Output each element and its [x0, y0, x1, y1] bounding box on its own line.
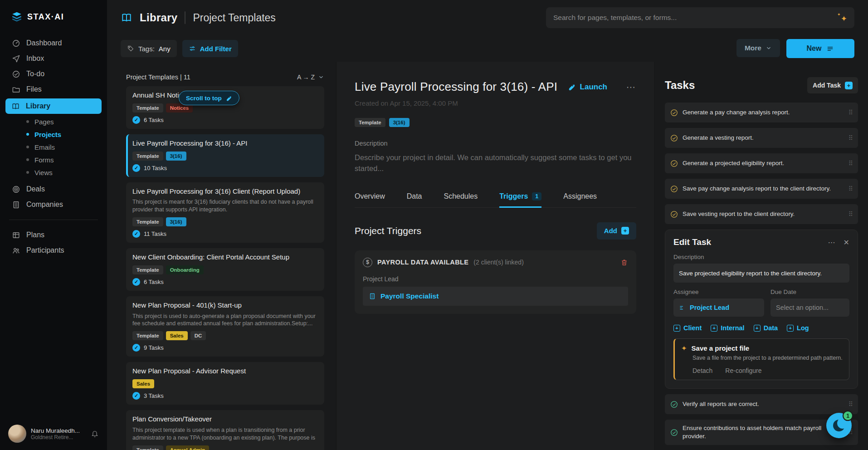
task-row[interactable]: Verify all reports are correct. ⠿: [665, 394, 858, 414]
task-check-icon[interactable]: [670, 185, 678, 193]
table-icon: [12, 231, 20, 240]
launch-button[interactable]: Launch: [567, 83, 607, 92]
client-link[interactable]: +Client: [673, 324, 702, 332]
launch-label: Launch: [580, 83, 607, 92]
task-check-icon[interactable]: [670, 400, 678, 409]
sidebar-item-forms[interactable]: Forms: [0, 153, 107, 166]
sidebar-item-pages[interactable]: Pages: [0, 115, 107, 128]
bell-icon[interactable]: [91, 430, 99, 438]
sidebar-item-projects[interactable]: Projects: [0, 128, 107, 141]
tab-overview[interactable]: Overview: [355, 192, 385, 208]
sort-control[interactable]: A → Z: [297, 73, 324, 81]
drag-handle-icon[interactable]: ⠿: [848, 160, 853, 167]
add-filter-button[interactable]: Add Filter: [182, 40, 238, 57]
template-card[interactable]: New Client Onboarding: Client Portal Acc…: [126, 248, 324, 291]
task-row[interactable]: Generate a pay change analysis report. ⠿: [665, 103, 858, 122]
drag-handle-icon[interactable]: ⠿: [848, 109, 853, 116]
trigger-assignee-select[interactable]: Payroll Specialist: [363, 287, 628, 306]
sidebar-item-companies[interactable]: Companies: [0, 197, 107, 212]
sidebar-item-plans[interactable]: Plans: [0, 227, 107, 243]
template-card[interactable]: Live Payroll Processing for 3(16) Client…: [126, 182, 324, 243]
sparkle-icon: ✦: [681, 345, 687, 352]
add-trigger-button[interactable]: Add +: [597, 222, 636, 240]
drag-handle-icon[interactable]: ⠿: [848, 401, 853, 408]
tasks-panel: Tasks Add Task + Generate a pay change a…: [655, 62, 868, 450]
internal-link[interactable]: +Internal: [711, 324, 744, 332]
add-task-button[interactable]: Add Task +: [807, 77, 858, 93]
sidebar-nav: Dashboard Inbox To-do Files Library Page…: [0, 35, 107, 417]
tag-chip: Template: [132, 152, 163, 161]
delete-trigger-button[interactable]: [620, 259, 628, 266]
task-row[interactable]: Save pay change analysis report to the c…: [665, 179, 858, 199]
task-check-icon[interactable]: [670, 210, 678, 219]
new-button[interactable]: New: [786, 39, 854, 58]
tab-triggers[interactable]: Triggers 1: [499, 192, 541, 208]
ai-sparkle-icon[interactable]: ✦ ✦: [837, 13, 847, 23]
drag-handle-icon[interactable]: ⠿: [848, 134, 853, 142]
task-check-icon[interactable]: [670, 134, 678, 142]
sidebar-item-views[interactable]: Views: [0, 166, 107, 179]
drag-handle-icon[interactable]: ⠿: [848, 185, 853, 192]
sidebar-item-deals[interactable]: Deals: [0, 181, 107, 197]
detail-menu-button[interactable]: ⋯: [626, 82, 636, 93]
edit-fields-row: Assignee Project Lead Due Date: [673, 289, 849, 317]
logo: STAX·AI: [0, 11, 107, 35]
check-icon: ✓: [132, 278, 140, 286]
detach-button[interactable]: Detach: [692, 367, 712, 374]
tab-data[interactable]: Data: [407, 192, 422, 208]
sidebar-item-participants[interactable]: Participants: [0, 243, 107, 258]
automation-card: ✦ Save a project file Save a file from t…: [673, 338, 849, 380]
theme-toggle-button[interactable]: 1: [826, 413, 852, 438]
sidebar-item-library[interactable]: Library: [5, 98, 102, 114]
task-check-icon[interactable]: [670, 108, 678, 117]
task-row[interactable]: Generate a vesting report. ⠿: [665, 128, 858, 148]
sidebar-item-files[interactable]: Files: [0, 82, 107, 97]
scroll-to-top-label: Scroll to top: [186, 95, 222, 102]
template-card[interactable]: New Plan Proposal - 401(k) Start-up This…: [126, 296, 324, 357]
task-count-label: 10 Tasks: [144, 165, 167, 171]
template-card[interactable]: New Plan Proposal - Advisor Request Sale…: [126, 362, 324, 405]
edit-description-input[interactable]: [673, 264, 849, 283]
sidebar-item-dashboard[interactable]: Dashboard: [0, 35, 107, 51]
scroll-to-top-button[interactable]: Scroll to top: [179, 91, 239, 105]
task-check-icon[interactable]: [670, 428, 678, 437]
more-button[interactable]: More: [736, 39, 780, 57]
task-row[interactable]: Generate a projected eligibility report.…: [665, 153, 858, 173]
card-task-count: ✓ 9 Tasks: [132, 344, 318, 352]
toolbar-actions: More New: [736, 39, 854, 58]
task-count-label: 9 Tasks: [144, 344, 164, 351]
edit-task-menu-button[interactable]: ⋯: [828, 238, 835, 247]
search-input[interactable]: [553, 14, 833, 22]
sidebar-item-label: Plans: [26, 231, 44, 239]
target-icon: [12, 185, 20, 194]
description-input[interactable]: Describe your project in detail. We can …: [355, 152, 636, 174]
global-search[interactable]: ✦ ✦: [546, 7, 854, 28]
topbar: Library Project Templates ✦ ✦: [107, 0, 868, 35]
data-link[interactable]: +Data: [754, 324, 778, 332]
task-label: Generate a vesting report.: [683, 134, 844, 142]
reconfigure-button[interactable]: Re-configure: [725, 367, 761, 374]
add-filter-label: Add Filter: [200, 45, 232, 53]
sidebar-item-label: Participants: [26, 246, 64, 254]
template-card-selected[interactable]: Live Payroll Processing for 3(16) - API …: [126, 134, 324, 177]
sidebar-item-emails[interactable]: Emails: [0, 141, 107, 153]
template-list-panel: Project Templates | 11 A → Z Scroll to t…: [107, 62, 336, 450]
card-title: Live Payroll Processing for 3(16) Client…: [132, 187, 318, 196]
template-card[interactable]: Plan Conversion/Takeover This project te…: [126, 410, 324, 450]
tab-schedules[interactable]: Schedules: [444, 192, 478, 208]
sidebar-item-inbox[interactable]: Inbox: [0, 51, 107, 66]
task-check-icon[interactable]: [670, 159, 678, 168]
drag-handle-icon[interactable]: ⠿: [848, 210, 853, 218]
avatar[interactable]: [8, 425, 26, 443]
sidebar-item-todo[interactable]: To-do: [0, 66, 107, 82]
user-profile[interactable]: Naru Muraleedh... Goldnest Retire...: [0, 417, 107, 450]
task-row[interactable]: Save vesting report to the client direct…: [665, 204, 858, 224]
sidebar-item-label: Pages: [34, 118, 54, 126]
assignee-value: Project Lead: [690, 304, 729, 311]
tab-assignees[interactable]: Assignees: [563, 192, 597, 208]
close-icon[interactable]: ✕: [844, 238, 849, 247]
assignee-select[interactable]: Project Lead: [673, 298, 764, 317]
log-link[interactable]: +Log: [787, 324, 809, 332]
due-date-input[interactable]: [770, 298, 849, 317]
tags-filter-chip[interactable]: Tags: Any: [121, 40, 177, 57]
